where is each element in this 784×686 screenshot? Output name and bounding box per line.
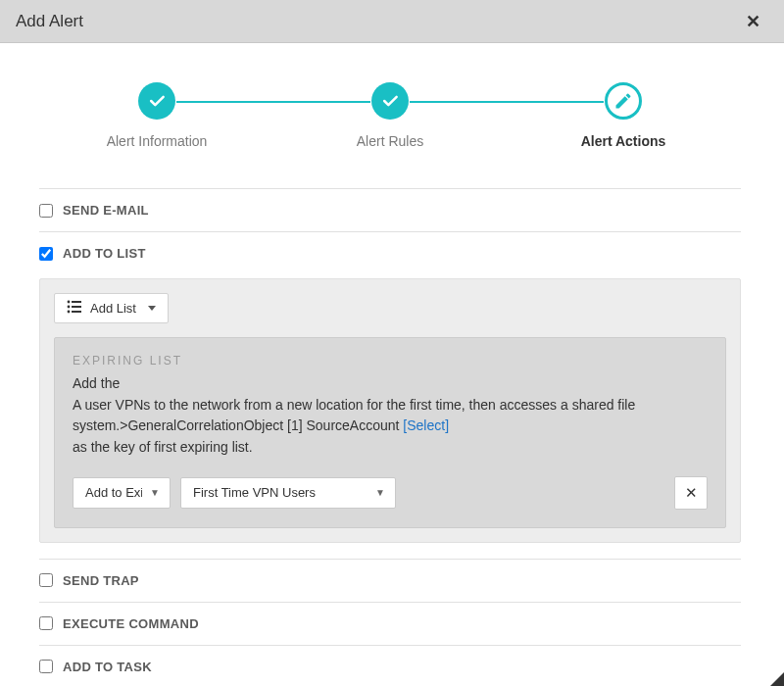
add-mode-select[interactable]: Add to Existing ▼ — [73, 477, 171, 509]
svg-rect-1 — [72, 301, 81, 303]
select-link[interactable]: [Select] — [403, 417, 449, 433]
target-list-select[interactable]: First Time VPN Users ▼ — [180, 477, 396, 509]
send-email-label[interactable]: SEND E-MAIL — [63, 203, 149, 218]
step-alert-rules[interactable]: Alert Rules — [312, 82, 468, 149]
checkmark-icon — [138, 82, 175, 120]
send-trap-label[interactable]: SEND TRAP — [63, 573, 139, 588]
add-to-list-label[interactable]: ADD TO LIST — [63, 246, 146, 261]
wizard-stepper: Alert Information Alert Rules Alert Acti… — [78, 82, 702, 149]
card-line2-pre: A user VPNs to the network from a new lo… — [73, 397, 635, 434]
section-send-email: SEND E-MAIL — [39, 188, 741, 231]
add-list-button-label: Add List — [90, 301, 136, 316]
send-email-checkbox[interactable] — [39, 204, 53, 218]
section-send-trap: SEND TRAP — [39, 559, 741, 602]
send-trap-checkbox[interactable] — [39, 573, 53, 587]
modal-header: Add Alert ✕ — [0, 0, 784, 43]
step-label: Alert Rules — [357, 133, 423, 149]
card-line1: Add the — [73, 375, 120, 391]
svg-rect-5 — [72, 311, 81, 313]
resize-handle[interactable] — [770, 672, 784, 686]
step-alert-actions[interactable]: Alert Actions — [545, 82, 702, 149]
step-label: Alert Actions — [581, 133, 666, 149]
add-alert-modal: Add Alert ✕ Alert Information — [0, 0, 784, 686]
step-alert-information[interactable]: Alert Information — [78, 82, 235, 149]
remove-card-button[interactable]: ✕ — [674, 476, 708, 510]
add-to-task-checkbox[interactable] — [39, 660, 53, 673]
close-icon: ✕ — [685, 484, 698, 502]
step-label: Alert Information — [107, 133, 208, 149]
svg-rect-3 — [72, 306, 81, 308]
modal-content: Alert Information Alert Rules Alert Acti… — [0, 43, 780, 686]
card-controls: Add to Existing ▼ First Time VPN Users ▼… — [73, 476, 708, 510]
execute-command-checkbox[interactable] — [39, 616, 53, 630]
modal-title: Add Alert — [16, 12, 83, 31]
modal-body-scroll[interactable]: Alert Information Alert Rules Alert Acti… — [0, 43, 784, 686]
list-icon — [67, 300, 82, 317]
section-execute-command: EXECUTE COMMAND — [39, 602, 741, 645]
chevron-down-icon: ▼ — [375, 487, 385, 498]
card-text: Add the A user VPNs to the network from … — [73, 373, 708, 459]
svg-point-4 — [68, 311, 71, 314]
svg-point-2 — [68, 306, 71, 309]
expiring-list-card: EXPIRING LIST Add the A user VPNs to the… — [54, 337, 726, 528]
section-add-to-task: ADD TO TASK — [39, 645, 741, 686]
section-add-to-list: ADD TO LIST — [39, 231, 741, 274]
target-list-select-value: First Time VPN Users — [193, 485, 316, 500]
execute-command-label[interactable]: EXECUTE COMMAND — [63, 616, 199, 631]
chevron-down-icon — [148, 306, 156, 311]
card-heading: EXPIRING LIST — [73, 354, 708, 368]
add-mode-select-value: Add to Existing — [85, 485, 142, 500]
checkmark-icon — [371, 82, 409, 120]
add-to-list-panel: Add List EXPIRING LIST Add the A user VP… — [39, 278, 741, 543]
add-list-button[interactable]: Add List — [54, 293, 169, 323]
chevron-down-icon: ▼ — [150, 487, 160, 498]
edit-icon — [605, 82, 642, 120]
svg-point-0 — [68, 301, 71, 304]
add-to-task-label[interactable]: ADD TO TASK — [63, 660, 152, 674]
card-line3: as the key of first expiring list. — [73, 439, 253, 455]
add-to-list-checkbox[interactable] — [39, 247, 53, 261]
modal-body-wrap: Alert Information Alert Rules Alert Acti… — [0, 43, 784, 686]
close-icon[interactable]: ✕ — [738, 7, 768, 36]
